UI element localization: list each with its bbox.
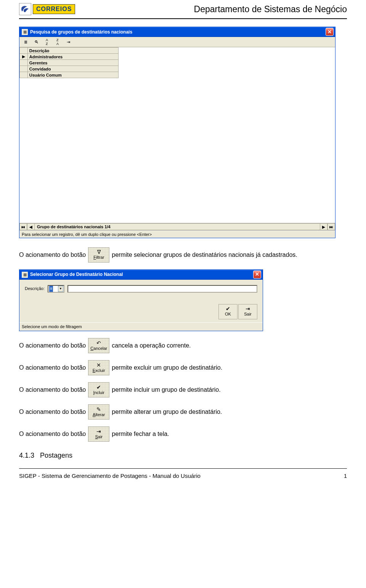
exit-icon: ⇥ [96,429,101,434]
text: cancela a operação corrente. [112,341,191,350]
excluir-button[interactable]: ✕ Excluir [88,360,109,375]
text: permite alterar um grupo de destinatário… [112,408,222,416]
text: O acionamento do botão [19,251,86,259]
filter-mode-dropdown[interactable]: = ▼ [48,285,64,293]
window-grupos: ▦ Pesquisa de grupos de destinatários na… [19,27,336,238]
sair-button[interactable]: ⇥ Sair [88,426,109,442]
app-icon: ▦ [22,272,28,278]
logo-text: CORREIOS [33,4,75,14]
list-icon[interactable]: ≣ [21,38,30,46]
footer-divider [19,468,347,469]
chevron-down-icon: ▼ [58,286,63,292]
row-indicator[interactable] [20,72,28,78]
sort-asc-icon[interactable]: AZ [43,38,51,46]
nav-prev-icon[interactable]: ◀ [27,223,35,230]
para-filtrar: O acionamento do botão ∇ Filtrar permite… [19,247,347,263]
row-indicator[interactable] [20,66,28,72]
nav-first-icon[interactable]: ⏮︎ [19,223,27,230]
incluir-button[interactable]: ✔ Incluir [88,382,109,397]
text: permite incluir um grupo de destinatário… [112,386,220,394]
exit-icon: ⇥ [246,306,250,311]
statusbar: Selecione um modo de filtragem [19,322,263,331]
dropdown-value: = [49,286,53,292]
table-row[interactable]: Gerentes [27,60,118,66]
titlebar: ▦ Pesquisa de grupos de destinatários na… [19,27,335,37]
section-title: Postagens [40,452,72,459]
row-indicator[interactable] [20,60,28,66]
table-row[interactable]: Usuário Comum [27,72,118,78]
undo-icon: ↶ [96,340,101,346]
close-icon[interactable]: ✕ [326,28,334,36]
text: permite excluir um grupo de destinatário… [112,364,222,372]
page-header: CORREIOS Departamento de Sistemas de Neg… [19,0,347,17]
page-footer: SIGEP - Sistema de Gerenciamento de Post… [19,471,347,479]
sort-desc-icon[interactable]: ZA [53,38,62,46]
logo: CORREIOS [19,3,75,15]
column-header[interactable]: Descrição [27,48,118,54]
window-title: Pesquisa de grupos de destinatários naci… [30,29,326,35]
page-number: 1 [344,473,347,479]
header-divider [19,18,347,19]
close-icon[interactable]: ✕ [253,271,261,279]
text: O acionamento do botão [19,341,86,350]
titlebar: ▦ Selecionar Grupo de Destinatário Nacio… [19,270,263,280]
section-heading: 4.1.3 Postagens [19,451,347,460]
text: permite fechar a tela. [112,430,169,438]
filtrar-button[interactable]: ∇ Filtrar [88,247,109,263]
text: permite selecionar grupos de destinatári… [112,251,297,259]
descricao-input[interactable] [67,285,257,293]
app-icon: ▦ [22,29,28,35]
funnel-icon: ∇ [97,249,101,255]
exit-icon[interactable]: ⇥ [64,38,72,46]
ok-button[interactable]: ✔ OK [218,304,238,319]
window-title: Selecionar Grupo de Destinatário Naciona… [30,271,253,278]
text: O acionamento do botão [19,364,86,372]
nav-last-icon[interactable]: ⏭︎ [327,223,335,230]
text: O acionamento do botão [19,408,86,416]
record-navigator: ⏮︎ ◀ Grupo de destinatários nacionais 1/… [19,223,335,231]
cancelar-button[interactable]: ↶ Cancelar [88,338,109,353]
para-cancelar: O acionamento do botão ↶ Cancelar cancel… [19,338,347,353]
alterar-button[interactable]: ✎ Alterar [88,404,109,420]
data-grid: Descrição ▶Administradores Gerentes Conv… [19,47,335,223]
text: O acionamento do botão [19,430,86,438]
search-icon[interactable]: 🔍︎ [32,38,40,46]
para-excluir: O acionamento do botão ✕ Excluir permite… [19,360,347,375]
dialog-body: Descrição: = ▼ ✔ OK ⇥ Sair [19,280,263,322]
delete-icon: ✕ [96,362,101,368]
nav-position-label: Grupo de destinatários nacionais 1/4 [35,223,320,230]
footer-text: SIGEP - Sistema de Gerenciamento de Post… [19,473,201,479]
toolbar: ≣ 🔍︎ AZ ZA ⇥ [19,37,335,47]
correios-logo-icon [19,3,31,15]
table-row[interactable]: Convidado [27,66,118,72]
sair-button[interactable]: ⇥ Sair [238,304,257,319]
edit-icon: ✎ [96,407,101,412]
para-sair: O acionamento do botão ⇥ Sair permite fe… [19,426,347,442]
window-selecionar-grupo: ▦ Selecionar Grupo de Destinatário Nacio… [19,269,263,331]
nav-next-icon[interactable]: ▶ [320,223,327,230]
check-icon: ✔ [96,385,101,390]
text: O acionamento do botão [19,386,86,394]
statusbar: Para selecionar um registro, dê um duplo… [19,231,335,238]
department-title: Departamento de Sistemas de Negócio [194,4,347,14]
grid-empty-area [19,78,335,223]
grid-corner [20,48,28,54]
descricao-label: Descrição: [25,286,45,292]
check-icon: ✔ [226,306,230,311]
row-indicator[interactable]: ▶ [20,54,28,60]
para-incluir: O acionamento do botão ✔ Incluir permite… [19,382,347,397]
para-alterar: O acionamento do botão ✎ Alterar permite… [19,404,347,420]
table-row[interactable]: Administradores [27,54,118,60]
section-number: 4.1.3 [19,452,34,459]
